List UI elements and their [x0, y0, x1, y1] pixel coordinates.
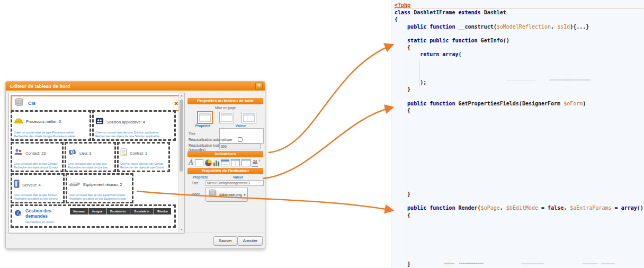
property-column-header: Propriété — [187, 124, 218, 128]
status-column-header: Nouveau — [70, 208, 88, 215]
layout-option-two-columns[interactable] — [219, 112, 234, 123]
hardhat-icon — [14, 117, 23, 126]
text-dashlet-icon[interactable]: A — [189, 158, 193, 167]
dashboard-editor-dialog: Editeur de tableau de bord ✕ CIs ✕ Proce… — [5, 81, 265, 249]
search-object-link[interactable]: Rechercher des objets de type Lieu — [68, 166, 113, 169]
tile-label: Serveur: 4 — [22, 183, 41, 187]
cis-group-label: CIs — [28, 101, 35, 106]
cancel-button[interactable]: Annuler — [237, 236, 263, 246]
value-column-header: Valeur — [213, 175, 263, 179]
database-icon — [208, 189, 217, 200]
layout-option-three-columns[interactable] — [241, 112, 256, 123]
layout-option-one-column[interactable] — [197, 111, 213, 124]
search-object-link[interactable]: Rechercher des objets de type Contrat — [120, 166, 167, 169]
indicator-title-input[interactable] — [205, 180, 264, 186]
indicators-header: Indicateurs — [187, 151, 263, 157]
server-icon — [14, 180, 20, 190]
badge-count-label: 4 — [259, 159, 261, 162]
cis-group-panel[interactable]: CIs ✕ — [11, 95, 178, 111]
badge-dashlet-icon[interactable]: 4 — [252, 159, 260, 167]
network-device-icon — [69, 180, 80, 189]
tile-label: Lieu: 3 — [79, 151, 92, 156]
dialog-footer: Sauver Annuler — [6, 233, 265, 248]
faded-code-fragment — [506, 80, 535, 81]
create-object-link[interactable]: Créer un nouvel objet de type Lieu — [68, 162, 113, 166]
faded-code-fragment — [444, 263, 454, 264]
dashlet-gestion-demandes[interactable]: i Gestion des demandes Demandes en cours… — [11, 204, 176, 228]
status-value: - — [106, 215, 130, 220]
faded-code-fragment — [459, 263, 484, 264]
dashboard-preview-content: CIs ✕ Processus métier: 0 Créer un nouve… — [9, 93, 178, 232]
icon-dropdown[interactable]: database.png ▾ — [205, 187, 248, 202]
scroll-up-icon[interactable]: ▲ — [179, 93, 184, 98]
dashlet-tile-lieu[interactable]: Lieu: 3 Créer un nouvel objet de type Li… — [65, 142, 116, 172]
search-object-link[interactable]: Rechercher des objets de type Contact — [14, 166, 60, 169]
status-column-header: Escalade ttr — [130, 208, 154, 215]
faded-code-fragment — [601, 263, 615, 264]
dialog-titlebar[interactable]: Editeur de tableau de bord ✕ — [6, 82, 265, 91]
search-object-link[interactable]: Rechercher des objets de type Processus … — [14, 135, 88, 138]
scrollbar-thumb[interactable] — [180, 100, 183, 172]
dashlet-tile-contact[interactable]: Contact: 23 Créer un nouvel objet de typ… — [11, 142, 64, 172]
header-dashlet-icon[interactable] — [221, 158, 229, 167]
scroll-down-icon[interactable]: ▼ — [179, 227, 184, 232]
dashboard-properties-header: Propriétés du tableau de bord — [187, 98, 263, 104]
search-object-link[interactable]: Rechercher des objets de type Equipement… — [69, 197, 130, 201]
code-lines: <?phpclass DashletIFrame extends Dashlet… — [395, 2, 643, 267]
create-object-link[interactable]: Créer un nouvel objet de type Solution a… — [95, 131, 173, 135]
dashlet-tile-contrat[interactable]: Contrat: 1 Créer un nouvel objet de type… — [117, 142, 170, 172]
layout-label: Mise en page — [187, 106, 263, 110]
preview-scrollbar[interactable]: ▲ ▼ — [178, 93, 184, 232]
group-by-chart-dashlet-icon[interactable] — [241, 158, 251, 167]
create-object-link[interactable]: Créer un nouvel objet de type Processus … — [14, 131, 88, 135]
gestion-title: Gestion des demandes — [25, 208, 70, 219]
database-icon — [14, 97, 24, 109]
dashlet-tile-serveur[interactable]: Serveur: 4 Créer un nouvel objet de type… — [11, 173, 65, 203]
refresh-interval-input[interactable] — [219, 144, 261, 149]
create-object-link[interactable]: Créer un nouvel objet de type Equipement… — [69, 193, 130, 197]
status-value: - — [130, 215, 154, 220]
location-icon — [68, 148, 77, 158]
dashlet-tile-equipement-reseau[interactable]: Equipement réseau: 2 Créer un nouvel obj… — [66, 173, 133, 203]
status-column-header: Assigné — [88, 208, 106, 215]
create-object-link[interactable]: Créer un nouvel objet de type Contrat — [120, 162, 167, 166]
demandes-en-cours-link[interactable]: Demandes en cours — [25, 220, 70, 224]
info-icon: i — [14, 209, 22, 219]
dashlet-tile-solution-applicative[interactable]: Solution applicative: 4 Créer un nouvel … — [92, 110, 176, 141]
status-column-header: Résolue — [154, 208, 171, 215]
dialog-close-icon[interactable]: ✕ — [255, 83, 263, 90]
status-column-header: Escalade tto — [106, 208, 130, 215]
tile-label: Solution applicative: 4 — [106, 120, 145, 124]
tile-label: Equipement réseau: 2 — [83, 182, 122, 187]
status-value: - — [70, 215, 88, 220]
faded-code-fragment — [582, 263, 598, 264]
tile-label: Contact: 23 — [25, 151, 46, 156]
layout-thumbnail-icon — [243, 113, 255, 122]
save-button[interactable]: Sauver — [213, 236, 237, 246]
auto-refresh-label: Réactualisation automatique — [189, 138, 234, 141]
icon-dropdown-value: database.png — [219, 193, 241, 196]
search-object-link[interactable]: Rechercher des objets de type Solution a… — [95, 135, 173, 138]
create-object-link[interactable]: Créer un nouvel objet de type Contact — [14, 162, 60, 166]
badge-caption-bar — [252, 166, 258, 167]
remove-group-icon[interactable]: ✕ — [174, 101, 178, 106]
dashboard-preview: CIs ✕ Processus métier: 0 Créer un nouve… — [8, 93, 185, 234]
bar-chart-dashlet-icon[interactable] — [213, 159, 219, 166]
group-by-table-dashlet-icon[interactable] — [231, 158, 240, 167]
contacts-icon — [14, 148, 23, 158]
create-object-link[interactable]: Créer un nouvel objet de type Serveur — [14, 193, 61, 197]
dashlet-tile-processus-metier[interactable]: Processus métier: 0 Créer un nouvel obje… — [11, 110, 91, 141]
search-object-link[interactable]: Rechercher des objets de type Serveur — [14, 197, 61, 201]
requests-status-table: Nouveau Assigné Escalade tto Escalade tt… — [70, 208, 171, 220]
property-column-header: Propriété — [187, 175, 213, 179]
dashboard-title-label: Titre — [189, 132, 195, 136]
tile-label: Contrat: 1 — [130, 151, 147, 156]
value-column-header: Valeur — [218, 124, 263, 128]
auto-refresh-checkbox[interactable] — [238, 137, 243, 142]
icon-field-label: Icône — [192, 192, 200, 196]
indicator-palette: A 4 — [189, 158, 260, 167]
dialog-title: Editeur de tableau de bord — [10, 84, 255, 89]
pie-chart-dashlet-icon[interactable] — [205, 158, 212, 167]
plain-dashlet-icon[interactable] — [195, 158, 203, 167]
status-value: - — [88, 215, 106, 220]
